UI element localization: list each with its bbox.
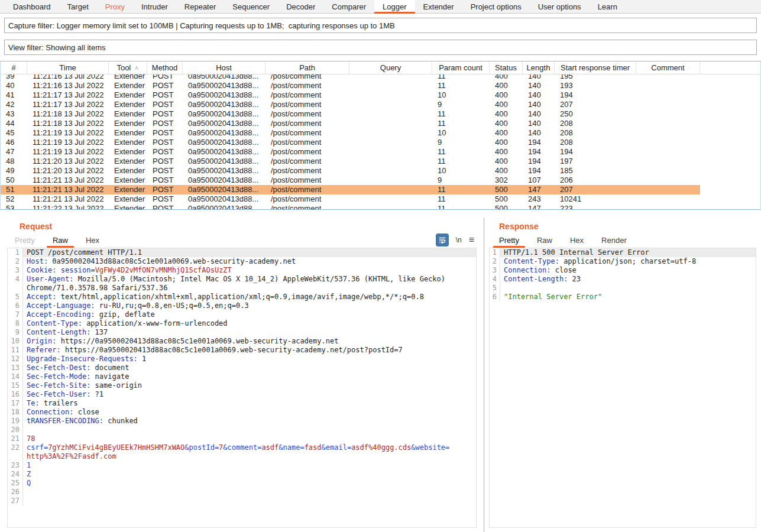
table-row[interactable]: 5311:21:22 13 Jul 2022ExtenderPOST0a9500…	[1, 204, 760, 209]
line-number: 18	[8, 408, 23, 417]
cell-query	[349, 138, 432, 147]
cell-time: 11:21:17 13 Jul 2022	[27, 100, 109, 109]
response-tab-hex[interactable]: Hex	[561, 232, 592, 248]
cell-path: /post/comment	[265, 194, 349, 204]
table-row[interactable]: 5011:21:21 13 Jul 2022ExtenderPOST0a9500…	[1, 176, 760, 185]
line-number: 22	[8, 443, 23, 452]
line-content: Accept-Encoding: gzip, deflate	[23, 310, 476, 319]
main-tab-project-options[interactable]: Project options	[462, 0, 530, 13]
table-row[interactable]: 4911:21:20 13 Jul 2022ExtenderPOST0a9500…	[1, 166, 760, 176]
main-tab-repeater[interactable]: Repeater	[176, 0, 224, 13]
cell-tool: Extender	[109, 138, 147, 147]
line-content	[23, 488, 476, 497]
table-row[interactable]: 5211:21:21 13 Jul 2022ExtenderPOST0a9500…	[1, 194, 760, 204]
table-row[interactable]: 4811:21:20 13 Jul 2022ExtenderPOST0a9500…	[1, 157, 760, 166]
table-row[interactable]: 4611:21:19 13 Jul 2022ExtenderPOST0a9500…	[1, 138, 760, 147]
column-header-tool[interactable]: Tool∧	[109, 61, 147, 74]
main-tab-intruder[interactable]: Intruder	[133, 0, 176, 13]
table-row[interactable]: 3911:21:16 13 Jul 2022ExtenderPOST0a9500…	[1, 74, 760, 81]
line-content: 1	[23, 461, 476, 470]
table-row-selected[interactable]: 5111:21:21 13 Jul 2022ExtenderPOST0a9500…	[1, 185, 760, 194]
editor-line: Chrome/71.0.3578.98 Safari/537.36	[8, 284, 476, 293]
editor-line: 7Accept-Encoding: gzip, deflate	[8, 310, 476, 319]
view-filter-bar[interactable]: View filter: Showing all items	[4, 40, 757, 55]
cell-time: 11:21:19 13 Jul 2022	[27, 138, 109, 147]
response-tab-raw[interactable]: Raw	[528, 232, 561, 248]
line-content: Content-Type: application/x-www-form-url…	[23, 319, 476, 328]
column-header-comment[interactable]: Comment	[636, 61, 700, 74]
main-tab-proxy[interactable]: Proxy	[97, 0, 133, 13]
capture-filter-bar[interactable]: Capture filter: Logger memory limit set …	[4, 18, 757, 33]
cell-id: 47	[1, 147, 27, 157]
column-header-path[interactable]: Path	[265, 61, 349, 74]
main-tab-sequencer[interactable]: Sequencer	[224, 0, 278, 13]
column-header--[interactable]: #	[1, 61, 27, 74]
editor-line: 2Content-Type: application/json; charset…	[490, 257, 756, 266]
cell-host: 0a9500020413d88...	[183, 90, 265, 100]
main-tab-user-options[interactable]: User options	[530, 0, 590, 13]
table-row[interactable]: 4711:21:19 13 Jul 2022ExtenderPOST0a9500…	[1, 147, 760, 157]
main-tab-extender[interactable]: Extender	[415, 0, 462, 13]
cell-tool: Extender	[109, 74, 147, 81]
line-number: 20	[8, 426, 23, 434]
request-editor[interactable]: 1POST /post/comment HTTP/1.12Host: 0a950…	[7, 248, 477, 528]
request-tab-pretty[interactable]: Pretty	[6, 232, 44, 248]
main-tab-logger[interactable]: Logger	[374, 0, 414, 13]
request-tab-hex[interactable]: Hex	[77, 232, 108, 248]
line-content: Host: 0a9500020413d88ac08c5c1e001a0069.w…	[23, 257, 476, 266]
column-header-query[interactable]: Query	[349, 61, 432, 74]
main-tab-dashboard[interactable]: Dashboard	[5, 0, 59, 13]
cell-tool: Extender	[109, 100, 147, 109]
editor-line: 25Q	[8, 479, 476, 488]
main-tab-learn[interactable]: Learn	[590, 0, 626, 13]
cell-query	[349, 74, 432, 81]
cell-status: 400	[490, 81, 523, 90]
show-newlines-button[interactable]: \n	[456, 236, 462, 244]
column-header-param-count[interactable]: Param count	[432, 61, 490, 74]
cell-status: 400	[490, 109, 523, 119]
column-header-status[interactable]: Status	[490, 61, 523, 74]
column-header-time[interactable]: Time	[27, 61, 109, 74]
line-content: Content-Length: 23	[500, 275, 756, 284]
response-tab-pretty[interactable]: Pretty	[490, 232, 528, 248]
table-row[interactable]: 4511:21:19 13 Jul 2022ExtenderPOST0a9500…	[1, 128, 760, 138]
cell-method: POST	[147, 147, 183, 157]
cell-length: 140	[523, 81, 555, 90]
editor-menu-icon[interactable]: ≡	[469, 235, 474, 245]
column-header-length[interactable]: Length	[523, 61, 555, 74]
cell-filler	[700, 74, 760, 81]
response-editor[interactable]: 1HTTP/1.1 500 Internal Server Error2Cont…	[489, 248, 756, 528]
cell-time: 11:21:20 13 Jul 2022	[27, 166, 109, 176]
cell-time: 11:21:18 13 Jul 2022	[27, 109, 109, 119]
table-row[interactable]: 4211:21:17 13 Jul 2022ExtenderPOST0a9500…	[1, 100, 760, 109]
column-header-host[interactable]: Host	[183, 61, 265, 74]
cell-param-count: 11	[432, 157, 490, 166]
cell-host: 0a9500020413d88...	[183, 100, 265, 109]
cell-query	[349, 147, 432, 157]
column-header-method[interactable]: Method	[147, 61, 183, 74]
table-row[interactable]: 4311:21:18 13 Jul 2022ExtenderPOST0a9500…	[1, 109, 760, 119]
table-row[interactable]: 4411:21:18 13 Jul 2022ExtenderPOST0a9500…	[1, 119, 760, 128]
editor-line: 26	[8, 488, 476, 497]
table-row[interactable]: 4111:21:17 13 Jul 2022ExtenderPOST0a9500…	[1, 90, 760, 100]
response-tab-render[interactable]: Render	[592, 232, 636, 248]
wrap-lines-button[interactable]	[436, 233, 449, 246]
column-header-start-response-timer[interactable]: Start response timer	[555, 61, 636, 74]
cell-start-response-timer: 197	[555, 157, 636, 166]
cell-filler	[700, 194, 760, 204]
cell-start-response-timer: 194	[555, 147, 636, 157]
cell-comment	[636, 74, 700, 81]
table-row[interactable]: 4011:21:16 13 Jul 2022ExtenderPOST0a9500…	[1, 81, 760, 90]
cell-query	[349, 81, 432, 90]
request-tab-raw[interactable]: Raw	[44, 232, 77, 248]
cell-path: /post/comment	[265, 185, 349, 194]
main-tab-decoder[interactable]: Decoder	[278, 0, 323, 13]
cell-time: 11:21:16 13 Jul 2022	[27, 74, 109, 81]
line-content: User-Agent: Mozilla/5.0 (Macintosh; Inte…	[23, 275, 476, 284]
cell-tool: Extender	[109, 128, 147, 138]
cell-method: POST	[147, 119, 183, 128]
main-tab-target[interactable]: Target	[59, 0, 97, 13]
cell-status: 400	[490, 138, 523, 147]
editor-line: 5Accept: text/html,application/xhtml+xml…	[8, 293, 476, 301]
main-tab-comparer[interactable]: Comparer	[323, 0, 374, 13]
